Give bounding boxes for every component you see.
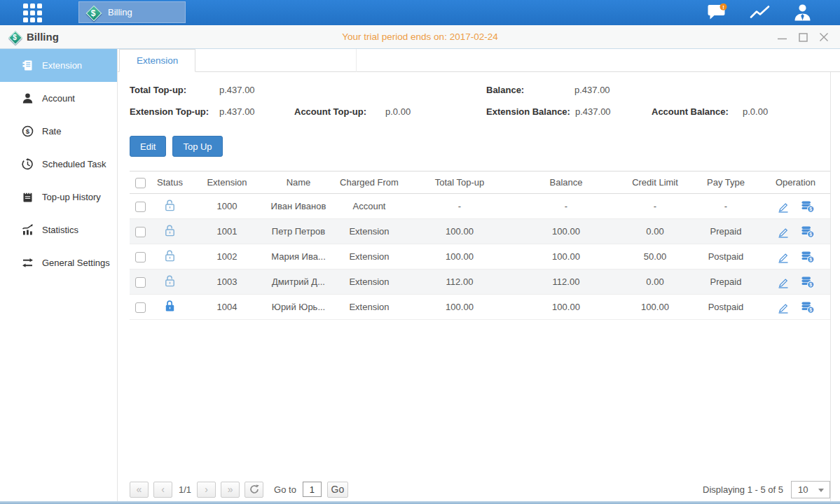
window-titlebar: $ Billing Your trial period ends on: 201… [0,25,840,49]
col-status: Status [151,172,189,194]
total-topup-value: p.437.00 [219,85,255,95]
prev-page-button[interactable]: ‹ [153,482,172,498]
row-checkbox[interactable] [135,277,146,288]
cell-pay-type: - [691,194,761,219]
extension-table-body: 1000 Иван Иванов Account - - - - [130,194,830,320]
row-checkbox[interactable] [135,202,146,212]
message-icon[interactable]: ! [706,4,727,22]
goto-page-input[interactable] [303,482,322,497]
taskbar-tab-label: Billing [108,7,132,18]
sidebar-item-label: Statistics [42,225,78,235]
billing-diamond-icon: $ [85,5,101,20]
cell-credit-limit: - [619,194,691,219]
col-total-topup: Total Top-up [406,172,513,194]
taskbar-tab-billing[interactable]: $ Billing [78,1,186,23]
svg-text:$: $ [809,206,812,212]
user-icon[interactable] [793,4,812,22]
lock-open-icon [164,253,176,264]
table-row: 1000 Иван Иванов Account - - - - [130,194,830,219]
bar-chart-icon [22,224,34,237]
sidebar-item-statistics[interactable]: Statistics [0,214,117,246]
cell-total-topup: 100.00 [406,219,513,244]
row-checkbox[interactable] [135,302,146,313]
cell-credit-limit: 0.00 [619,270,691,295]
app-launcher-grid-icon[interactable] [23,4,42,22]
sidebar-item-rate[interactable]: $ Rate [0,115,117,148]
sidebar-item-label: Scheduled Task [42,159,106,169]
sidebar-item-account[interactable]: Account [0,82,117,115]
balance-value: p.437.00 [574,85,610,95]
cell-name: Юрий Юрь... [265,295,332,320]
cell-extension: 1002 [189,244,265,270]
row-checkbox[interactable] [135,252,146,262]
close-icon[interactable] [819,32,829,42]
window-bottom-edge [0,501,840,504]
cell-balance: 100.00 [513,219,619,244]
svg-text:!: ! [722,4,724,10]
billing-summary: Total Top-up: p.437.00 Balance: p.437.00… [118,83,840,128]
row-checkbox[interactable] [135,227,146,237]
sidebar-item-scheduled-task[interactable]: Scheduled Task [0,148,117,181]
cell-balance: - [513,194,619,219]
cell-pay-type: Prepaid [691,270,761,295]
cell-extension: 1000 [189,194,265,219]
row-topup-icon[interactable]: $ [801,200,815,213]
row-edit-icon[interactable] [777,225,790,238]
sidebar-item-general-settings[interactable]: General Settings [0,246,117,279]
cell-charged-from: Extension [332,295,406,320]
sidebar: Extension Account $ Rate Scheduled Task [0,49,118,504]
resource-monitor-icon[interactable] [750,4,771,21]
svg-text:$: $ [809,282,812,288]
topup-button[interactable]: Top Up [172,136,222,157]
row-edit-icon[interactable] [777,200,790,213]
next-page-button[interactable]: › [197,482,216,498]
row-edit-icon[interactable] [777,251,790,263]
row-topup-icon[interactable]: $ [801,301,815,314]
cell-balance: 100.00 [513,244,619,270]
sidebar-item-label: Top-up History [42,192,101,202]
table-row: 1001 Петр Петров Extension 100.00 100.00… [130,219,830,244]
cell-balance: 100.00 [513,295,619,320]
lock-open-icon [164,228,176,239]
col-name: Name [265,172,332,194]
table-row: 1002 Мария Ива... Extension 100.00 100.0… [130,244,830,270]
account-balance-value: p.0.00 [743,106,768,117]
cell-total-topup: - [406,194,513,219]
row-topup-icon[interactable]: $ [801,225,815,238]
row-edit-icon[interactable] [777,301,790,314]
maximize-icon[interactable] [799,33,808,42]
extension-table: Status Extension Name Charged From Total… [130,171,830,320]
trial-notice: Your trial period ends on: 2017-02-24 [0,31,840,42]
cell-extension: 1003 [189,270,265,295]
col-pay-type: Pay Type [691,172,761,194]
topbar: $ Billing ! [0,0,840,25]
col-extension: Extension [189,172,265,194]
tab-extension[interactable]: Extension [119,49,195,72]
cell-extension: 1001 [189,219,265,244]
cell-extension: 1004 [189,295,265,320]
sidebar-item-extension[interactable]: Extension [0,49,117,82]
cell-charged-from: Extension [332,270,406,295]
select-all-checkbox[interactable] [135,178,146,188]
col-balance: Balance [513,172,619,194]
cell-charged-from: Account [332,194,406,219]
cell-credit-limit: 50.00 [619,244,691,270]
col-operation: Operation [761,172,830,194]
cell-charged-from: Extension [332,219,406,244]
row-topup-icon[interactable]: $ [801,276,815,288]
row-edit-icon[interactable] [777,276,790,288]
cell-total-topup: 100.00 [406,244,513,270]
go-button[interactable]: Go [327,482,348,498]
last-page-button[interactable]: » [221,482,240,498]
edit-button[interactable]: Edit [130,136,166,157]
cell-total-topup: 100.00 [406,295,513,320]
page-size-select[interactable]: 10 [791,481,830,498]
refresh-button[interactable] [245,482,263,498]
first-page-button[interactable]: « [130,482,149,498]
sidebar-item-topup-history[interactable]: Top-up History [0,181,117,214]
row-topup-icon[interactable]: $ [801,251,815,263]
goto-label: Go to [274,484,296,495]
minimize-icon[interactable] [777,33,787,41]
cell-charged-from: Extension [332,244,406,270]
account-topup-value: p.0.00 [385,106,411,117]
